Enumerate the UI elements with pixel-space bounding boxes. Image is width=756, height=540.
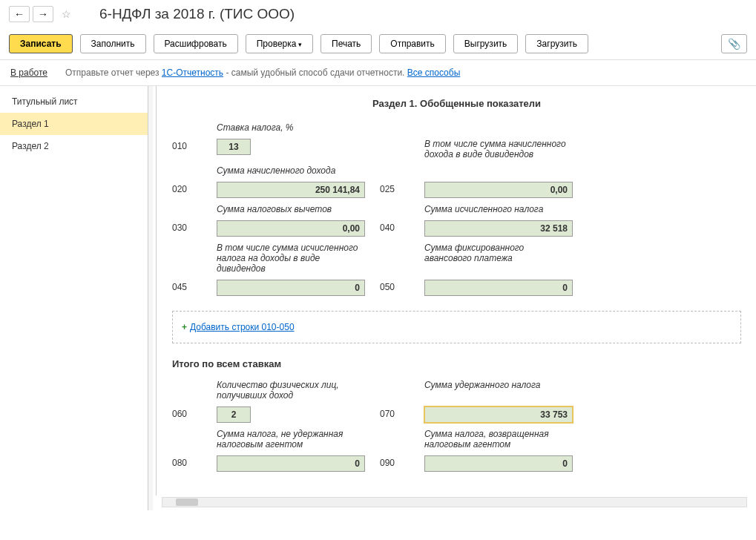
scrollbar-thumb[interactable] — [176, 498, 198, 506]
code-040: 040 — [380, 220, 410, 233]
send-button[interactable]: Отправить — [379, 34, 446, 53]
forward-button[interactable]: → — [33, 6, 53, 22]
fill-button[interactable]: Заполнить — [80, 34, 146, 53]
code-045: 045 — [172, 280, 202, 292]
field-010[interactable]: 13 — [217, 139, 251, 155]
sidebar-item-section2[interactable]: Раздел 2 — [0, 135, 148, 157]
export-button[interactable]: Выгрузить — [453, 34, 519, 53]
label-income: Сумма начисленного дохода — [217, 165, 365, 176]
field-070[interactable]: 33 753 — [424, 406, 573, 423]
status-link[interactable]: В работе — [10, 68, 47, 78]
code-070: 070 — [380, 406, 410, 419]
field-050[interactable]: 0 — [424, 280, 573, 296]
decode-button[interactable]: Расшифровать — [154, 34, 238, 53]
attach-button[interactable]: 📎 — [721, 34, 747, 53]
sidebar-item-title-page[interactable]: Титульный лист — [0, 90, 148, 113]
save-button[interactable]: Записать — [9, 34, 73, 53]
reporting-link[interactable]: 1С-Отчетность — [162, 68, 223, 78]
add-rows-block: +Добавить строки 010-050 — [172, 311, 741, 343]
back-button[interactable]: ← — [9, 6, 30, 22]
field-045[interactable]: 0 — [217, 280, 365, 296]
label-deductions: Сумма налоговых вычетов — [217, 204, 365, 214]
content-area: Раздел 1. Обобщенные показатели Ставка н… — [148, 86, 756, 510]
code-025: 025 — [380, 182, 410, 194]
sidebar-item-section1[interactable]: Раздел 1 — [0, 113, 148, 135]
field-090[interactable]: 0 — [424, 455, 573, 472]
plus-icon: + — [182, 322, 187, 332]
code-050: 050 — [380, 280, 410, 292]
info-text: Отправьте отчет через 1С-Отчетность - са… — [65, 68, 460, 78]
field-080[interactable]: 0 — [217, 455, 365, 472]
horizontal-scrollbar[interactable] — [162, 497, 747, 507]
code-030: 030 — [172, 220, 202, 233]
check-button[interactable]: Проверка — [246, 34, 313, 53]
field-020[interactable]: 250 141,84 — [217, 182, 365, 198]
label-withheld: Сумма удержанного налога — [424, 380, 573, 390]
code-020: 020 — [172, 182, 202, 194]
code-090: 090 — [380, 455, 410, 468]
label-taxdiv: В том числе сумма исчисленного налога на… — [217, 243, 365, 274]
field-030[interactable]: 0,00 — [217, 220, 365, 237]
sidebar: Титульный лист Раздел 1 Раздел 2 — [0, 86, 148, 510]
star-icon[interactable]: ☆ — [58, 6, 74, 22]
label-returned: Сумма налога, возвращенная налоговым аге… — [424, 429, 573, 450]
label-taxcalc: Сумма исчисленного налога — [424, 204, 573, 214]
import-button[interactable]: Загрузить — [525, 34, 588, 53]
code-060: 060 — [172, 406, 202, 419]
code-010: 010 — [172, 139, 202, 151]
field-040[interactable]: 32 518 — [424, 220, 573, 237]
label-rate: Ставка налога, % — [217, 122, 365, 133]
print-button[interactable]: Печать — [321, 34, 372, 53]
all-methods-link[interactable]: Все способы — [407, 68, 461, 78]
field-025[interactable]: 0,00 — [424, 182, 573, 198]
label-fixed: Сумма фиксированного авансового платежа — [424, 243, 573, 263]
page-title: 6-НДФЛ за 2018 г. (ТИС ООО) — [99, 6, 295, 22]
add-rows-link[interactable]: Добавить строки 010-050 — [190, 322, 295, 332]
field-060[interactable]: 2 — [217, 406, 251, 423]
code-080: 080 — [172, 455, 202, 468]
label-notwithheld: Сумма налога, не удержанная налоговым аг… — [217, 429, 365, 450]
totals-title: Итого по всем ставкам — [172, 358, 749, 369]
label-persons: Количество физических лиц, получивших до… — [217, 380, 365, 401]
label-dividends: В том числе сумма начисленного дохода в … — [424, 139, 573, 159]
section-title: Раздел 1. Обобщенные показатели — [165, 98, 749, 109]
